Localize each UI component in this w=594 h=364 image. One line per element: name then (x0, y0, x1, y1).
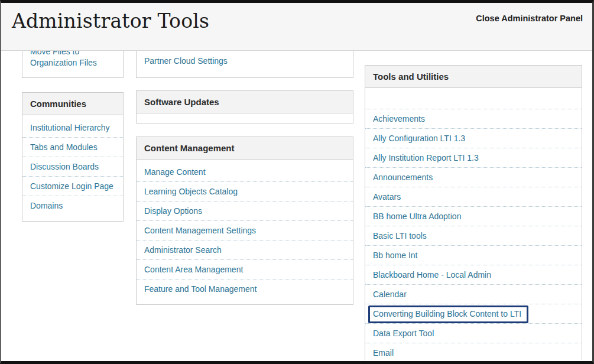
page-header: Administrator Tools Close Administrator … (1, 3, 592, 51)
list-item: Avatars (365, 187, 582, 207)
list-item-highlighted: Converting Building Block Content to LTI (365, 304, 582, 324)
page-title: Administrator Tools (12, 9, 209, 32)
link-calendar[interactable]: Calendar (365, 285, 582, 304)
close-administrator-panel-button[interactable]: Close Administrator Panel (476, 14, 583, 23)
section-software-updates: Software Updates (136, 90, 353, 124)
list-item: Domains (22, 196, 123, 215)
link-learning-objects-catalog[interactable]: Learning Objects Catalog (137, 182, 353, 201)
section-header-tools-and-utilities: Tools and Utilities (365, 66, 582, 88)
link-basic-lti-tools[interactable]: Basic LTI tools (365, 226, 582, 245)
list-item: Ally Institution Report LTI 1.3 (365, 148, 582, 168)
link-data-export-tool[interactable]: Data Export Tool (365, 324, 582, 343)
list-item: Tabs and Modules (22, 138, 123, 157)
list-item: Discussion Boards (22, 157, 123, 177)
link-tabs-and-modules[interactable]: Tabs and Modules (22, 138, 123, 157)
list-item: Calendar (365, 285, 582, 304)
middle-column: Partner Cloud Settings Software Updates … (136, 51, 353, 305)
link-content-management-settings[interactable]: Content Management Settings (137, 221, 353, 240)
scrolled-section-box: Partner Cloud Settings (136, 51, 353, 78)
list-item: Basic LTI tools (365, 226, 582, 246)
list-item: Blackboard Home - Local Admin (365, 265, 582, 285)
link-converting-building-block-content-to-lti[interactable]: Converting Building Block Content to LTI (365, 304, 582, 323)
section-header-communities: Communities (22, 93, 123, 115)
list-item: Data Export Tool (365, 324, 582, 343)
link-ally-configuration-lti[interactable]: Ally Configuration LTI 1.3 (365, 129, 582, 148)
section-header-software-updates: Software Updates (137, 91, 353, 113)
section-content-management: Content Management Manage Content Learni… (136, 136, 353, 305)
list-item: Announcements (365, 168, 582, 187)
link-domains[interactable]: Domains (22, 196, 123, 215)
list-item: Content Area Management (137, 260, 353, 280)
admin-panel-content: Move Files to Organization Files Communi… (1, 51, 592, 360)
list-item: Achievements (365, 109, 582, 129)
list-item: BB home Ultra Adoption (365, 207, 582, 226)
link-content-area-management[interactable]: Content Area Management (137, 260, 353, 279)
link-bb-home-ultra-adoption[interactable]: BB home Ultra Adoption (365, 207, 582, 226)
list-item: Ally Configuration LTI 1.3 (365, 129, 582, 148)
right-column: Tools and Utilities Achievements Ally Co… (365, 51, 582, 360)
list-item: Email (365, 343, 582, 360)
blank-list-row (365, 88, 582, 109)
scrolled-section-box: Move Files to Organization Files (22, 51, 124, 78)
section-header-content-management: Content Management (137, 137, 353, 160)
link-feature-and-tool-management[interactable]: Feature and Tool Management (137, 280, 353, 298)
list-item: Content Management Settings (137, 221, 353, 240)
link-partner-cloud-settings[interactable]: Partner Cloud Settings (137, 51, 353, 77)
link-discussion-boards[interactable]: Discussion Boards (22, 157, 123, 176)
link-achievements[interactable]: Achievements (365, 109, 582, 128)
list-item: Bb home Int (365, 246, 582, 265)
link-customize-login-page[interactable]: Customize Login Page (22, 177, 123, 196)
link-institutional-hierarchy[interactable]: Institutional Hierarchy (22, 118, 123, 137)
link-blackboard-home-local-admin[interactable]: Blackboard Home - Local Admin (365, 265, 582, 284)
communities-link-list: Institutional Hierarchy Tabs and Modules… (22, 115, 123, 221)
link-manage-content[interactable]: Manage Content (137, 162, 353, 181)
list-item: Customize Login Page (22, 177, 123, 196)
software-updates-empty-body (137, 113, 353, 123)
list-item: Institutional Hierarchy (22, 118, 123, 138)
section-tools-and-utilities: Tools and Utilities Achievements Ally Co… (365, 65, 582, 360)
link-display-options[interactable]: Display Options (137, 202, 353, 220)
link-ally-institution-report-lti[interactable]: Ally Institution Report LTI 1.3 (365, 148, 582, 167)
link-bb-home-int[interactable]: Bb home Int (365, 246, 582, 265)
list-item: Feature and Tool Management (137, 280, 353, 298)
link-administrator-search[interactable]: Administrator Search (137, 240, 353, 259)
content-management-link-list: Manage Content Learning Objects Catalog … (137, 160, 353, 304)
link-announcements[interactable]: Announcements (365, 168, 582, 187)
tools-and-utilities-link-list: Achievements Ally Configuration LTI 1.3 … (365, 88, 582, 360)
list-item: Manage Content (137, 162, 353, 182)
link-avatars[interactable]: Avatars (365, 187, 582, 206)
list-item: Learning Objects Catalog (137, 182, 353, 202)
list-item: Administrator Search (137, 240, 353, 260)
list-item: Display Options (137, 202, 353, 221)
link-email[interactable]: Email (365, 343, 582, 360)
administrator-panel-window: Administrator Tools Close Administrator … (0, 0, 594, 364)
left-column: Move Files to Organization Files Communi… (22, 51, 124, 222)
section-communities: Communities Institutional Hierarchy Tabs… (22, 92, 124, 222)
link-move-files-to-organization-files[interactable]: Move Files to Organization Files (22, 51, 123, 77)
